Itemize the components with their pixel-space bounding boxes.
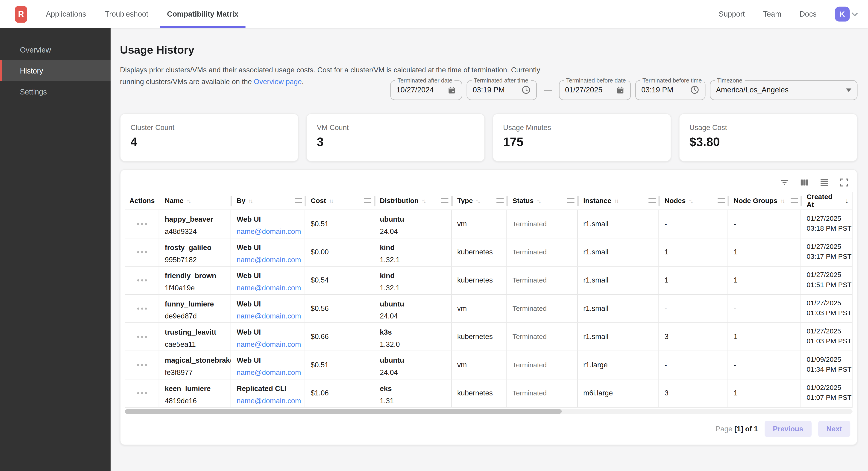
scrollbar-thumb[interactable] bbox=[125, 409, 561, 413]
cell-cost: $0.51 bbox=[305, 210, 374, 238]
density-icon[interactable] bbox=[819, 177, 829, 187]
sort-icon[interactable]: ↑↓ bbox=[186, 197, 190, 204]
row-actions-button[interactable] bbox=[125, 351, 159, 379]
column-header-by[interactable]: By↑↓ bbox=[231, 192, 305, 209]
nav-link-support[interactable]: Support bbox=[719, 10, 745, 18]
row-actions-button[interactable] bbox=[125, 379, 159, 407]
column-menu-icon[interactable] bbox=[718, 198, 725, 203]
cluster-name: funny_lumiere bbox=[165, 298, 226, 309]
column-header-created-at[interactable]: Created At↓ bbox=[801, 192, 852, 209]
cell-by: Web UIname@domain.com bbox=[231, 210, 305, 238]
created-by-email-link[interactable]: name@domain.com bbox=[237, 254, 300, 265]
cell-cost: $0.54 bbox=[305, 266, 374, 294]
cell-instance: r1.small bbox=[578, 323, 659, 351]
sidebar-item-settings[interactable]: Settings bbox=[0, 81, 111, 102]
sort-icon[interactable]: ↑↓ bbox=[329, 197, 333, 204]
nodes-value: 1 bbox=[664, 248, 669, 256]
calendar-icon[interactable] bbox=[447, 86, 456, 94]
filter-icon[interactable] bbox=[779, 177, 789, 187]
tab-troubleshoot[interactable]: Troubleshoot bbox=[105, 0, 148, 28]
column-header-instance[interactable]: Instance↑↓ bbox=[578, 192, 659, 209]
clock-icon[interactable] bbox=[690, 85, 700, 95]
created-by-email-link[interactable]: name@domain.com bbox=[237, 339, 300, 350]
terminated-after-date-field[interactable]: Terminated after date 10/27/2024 bbox=[390, 80, 462, 100]
sort-icon[interactable]: ↑↓ bbox=[536, 197, 540, 204]
cell-instance: m6i.large bbox=[578, 379, 659, 407]
user-menu[interactable]: K bbox=[835, 7, 857, 22]
column-header-distribution[interactable]: Distribution↑↓ bbox=[374, 192, 452, 209]
column-menu-icon[interactable] bbox=[441, 198, 448, 203]
row-actions-button[interactable] bbox=[125, 210, 159, 238]
table-toolbar bbox=[125, 175, 852, 192]
column-menu-icon[interactable] bbox=[364, 198, 371, 203]
column-menu-icon[interactable] bbox=[648, 198, 656, 203]
created-by-email-link[interactable]: name@domain.com bbox=[237, 226, 300, 237]
instance-value: r1.small bbox=[583, 332, 609, 341]
cell-cost: $0.00 bbox=[305, 238, 374, 266]
created-time: 01:51 PM PST bbox=[807, 279, 848, 289]
sort-icon[interactable]: ↑↓ bbox=[248, 197, 252, 204]
terminated-before-date-field[interactable]: Terminated before date 01/27/2025 bbox=[559, 80, 631, 100]
column-label: Actions bbox=[129, 197, 155, 204]
created-by-email-link[interactable]: name@domain.com bbox=[237, 311, 300, 322]
column-menu-icon[interactable] bbox=[294, 198, 302, 203]
fullscreen-icon[interactable] bbox=[839, 177, 849, 187]
tab-label: Compatibility Matrix bbox=[167, 10, 239, 18]
nav-link-team[interactable]: Team bbox=[763, 10, 781, 18]
cell-type: kubernetes bbox=[452, 379, 507, 407]
tab-applications[interactable]: Applications bbox=[46, 0, 86, 28]
created-by-email-link[interactable]: name@domain.com bbox=[237, 282, 300, 293]
replicated-logo[interactable]: R bbox=[15, 6, 27, 22]
created-by-email-link[interactable]: name@domain.com bbox=[237, 395, 300, 406]
avatar[interactable]: K bbox=[835, 7, 850, 22]
column-header-name[interactable]: Name↑↓ bbox=[159, 192, 231, 209]
distribution-name: kind bbox=[380, 270, 447, 281]
tab-compatibility-matrix[interactable]: Compatibility Matrix bbox=[167, 0, 239, 28]
table-row: funny_lumierede9ed87d Web UIname@domain.… bbox=[125, 294, 852, 323]
cluster-id: 1f40a19e bbox=[165, 282, 226, 293]
column-header-actions: Actions bbox=[125, 192, 159, 209]
sort-icon[interactable]: ↑↓ bbox=[476, 197, 479, 204]
sort-icon[interactable]: ↑↓ bbox=[421, 197, 425, 204]
previous-button[interactable]: Previous bbox=[765, 420, 812, 437]
clock-icon[interactable] bbox=[521, 85, 531, 95]
ellipsis-icon bbox=[137, 223, 147, 225]
stat-card-vm-count: VM Count 3 bbox=[306, 113, 485, 161]
sort-desc-icon[interactable]: ↓ bbox=[845, 196, 849, 205]
terminated-after-time-field[interactable]: Terminated after time 03:19 PM bbox=[467, 80, 537, 100]
cluster-id: de9ed87d bbox=[165, 311, 226, 322]
calendar-icon[interactable] bbox=[616, 86, 625, 94]
row-actions-button[interactable] bbox=[125, 238, 159, 266]
column-menu-icon[interactable] bbox=[567, 198, 574, 203]
cell-instance: r1.large bbox=[578, 351, 659, 379]
cell-node-groups: - bbox=[728, 294, 801, 322]
created-by-email-link[interactable]: name@domain.com bbox=[237, 367, 300, 378]
row-actions-button[interactable] bbox=[125, 266, 159, 294]
nav-link-docs[interactable]: Docs bbox=[800, 10, 817, 18]
status-value: Terminated bbox=[513, 304, 547, 312]
stat-card-usage-minutes: Usage Minutes 175 bbox=[493, 113, 671, 161]
table-row: trusting_leavittcae5ea11 Web UIname@doma… bbox=[125, 323, 852, 351]
row-actions-button[interactable] bbox=[125, 294, 159, 322]
timezone-select[interactable]: Timezone America/Los_Angeles bbox=[710, 80, 858, 100]
sidebar-item-overview[interactable]: Overview bbox=[0, 39, 111, 60]
sort-icon[interactable]: ↑↓ bbox=[688, 197, 692, 204]
column-header-nodes[interactable]: Nodes↑↓ bbox=[659, 192, 728, 209]
sidebar-item-history[interactable]: History bbox=[0, 60, 111, 81]
overview-page-link[interactable]: Overview page bbox=[254, 78, 302, 86]
columns-icon[interactable] bbox=[799, 177, 809, 187]
column-header-status[interactable]: Status↑↓ bbox=[507, 192, 578, 209]
cell-status: Terminated bbox=[507, 294, 578, 322]
next-button[interactable]: Next bbox=[818, 420, 850, 437]
sort-icon[interactable]: ↑↓ bbox=[614, 197, 618, 204]
column-menu-icon[interactable] bbox=[790, 198, 798, 203]
row-actions-button[interactable] bbox=[125, 323, 159, 351]
column-header-node-groups[interactable]: Node Groups↑↓ bbox=[728, 192, 801, 209]
column-header-type[interactable]: Type↑↓ bbox=[452, 192, 507, 209]
terminated-before-time-field[interactable]: Terminated before time 03:19 PM bbox=[636, 80, 706, 100]
cell-by: Web UIname@domain.com bbox=[231, 323, 305, 351]
column-menu-icon[interactable] bbox=[496, 198, 503, 203]
column-header-cost[interactable]: Cost↑↓ bbox=[305, 192, 374, 209]
cell-status: Terminated bbox=[507, 266, 578, 294]
sort-icon[interactable]: ↑↓ bbox=[780, 197, 784, 204]
